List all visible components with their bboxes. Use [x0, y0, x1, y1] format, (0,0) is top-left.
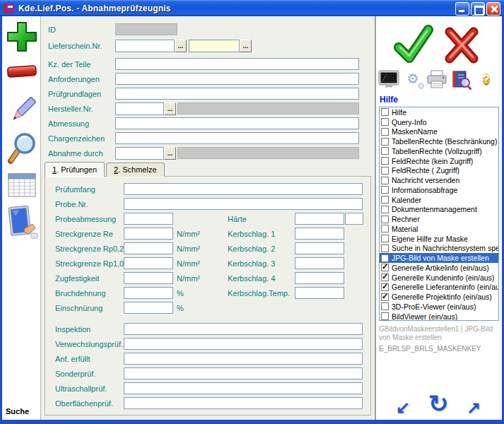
help-option-row[interactable]: FeldRechte (kein Zugriff): [380, 156, 498, 166]
measure-input[interactable]: [124, 228, 173, 240]
option-checkbox[interactable]: [381, 302, 389, 310]
haerte-input[interactable]: [295, 213, 344, 225]
option-checkbox[interactable]: [381, 138, 389, 146]
abnahme-durch-input[interactable]: [115, 147, 164, 160]
help-option-row[interactable]: 3D-ProE-Viewer (ein/aus): [380, 302, 498, 312]
print-button[interactable]: [426, 70, 447, 90]
maximize-button[interactable]: [471, 2, 485, 16]
pruefgrundlagen-input[interactable]: [115, 88, 359, 100]
option-checkbox[interactable]: [381, 216, 389, 223]
help-option-row[interactable]: TabellenRechte (Beschränkung): [380, 136, 498, 146]
kerbschlag-input[interactable]: [295, 257, 344, 269]
tab-schmelze[interactable]: 2. Schmelze: [106, 163, 165, 177]
refresh-icon[interactable]: [428, 389, 449, 418]
table-button[interactable]: [6, 171, 38, 202]
cancel-button[interactable]: [441, 25, 481, 67]
option-checkbox[interactable]: [381, 206, 389, 213]
titlebar[interactable]: Kde.Lief.Pos. - Abnahmeprüfzeugnis: [0, 0, 504, 16]
help-option-row[interactable]: Informationsabfrage: [380, 185, 498, 195]
close-button[interactable]: [486, 2, 500, 16]
help-option-row[interactable]: JPG-Bild von Maske erstellen: [380, 253, 498, 263]
help-option-row[interactable]: TabellenRechte (Vollzugriff): [380, 146, 498, 156]
delete-button[interactable]: [6, 63, 38, 84]
measure-input[interactable]: [124, 257, 173, 269]
hersteller-nr-input[interactable]: [115, 102, 164, 115]
kerbschlag-input[interactable]: [295, 287, 344, 299]
help-option-row[interactable]: Nachricht versenden: [380, 175, 498, 185]
help-option-row[interactable]: MaskenName: [380, 127, 498, 137]
help-option-row[interactable]: Material: [380, 224, 498, 234]
inspection-input[interactable]: [124, 382, 363, 394]
option-checkbox[interactable]: [381, 235, 389, 242]
option-checkbox[interactable]: [381, 245, 389, 252]
pruefumfang-input[interactable]: [124, 183, 363, 195]
option-checkbox[interactable]: [381, 167, 389, 175]
option-checkbox[interactable]: [381, 273, 389, 281]
option-checkbox[interactable]: [381, 293, 389, 301]
anforderungen-input[interactable]: [115, 73, 359, 85]
option-checkbox[interactable]: [381, 186, 389, 194]
help-option-row[interactable]: FeldRechte ( Zugriff): [380, 166, 498, 176]
inspection-input[interactable]: [124, 367, 363, 379]
help-option-row[interactable]: Generelle Lieferanteninfo (ein/aus): [380, 283, 498, 293]
measure-input[interactable]: [124, 242, 173, 254]
option-checkbox[interactable]: [381, 128, 389, 136]
measure-input[interactable]: [124, 302, 173, 314]
pick-record-button[interactable]: [6, 204, 38, 245]
probe-nr-input[interactable]: [124, 198, 363, 210]
help-option-row[interactable]: Suche in Nachrichtensystem speich: [380, 244, 498, 254]
confirm-button[interactable]: [392, 22, 434, 69]
lieferschein-nr-input[interactable]: [115, 40, 175, 52]
measure-input[interactable]: [124, 272, 173, 284]
help-option-row[interactable]: Hilfe: [380, 107, 498, 117]
help-button[interactable]: ?: [476, 70, 497, 90]
hersteller-lookup-button[interactable]: ...: [164, 102, 176, 115]
option-checkbox[interactable]: [381, 283, 389, 291]
help-option-row[interactable]: Rechner: [380, 214, 498, 224]
kerbschlag-input[interactable]: [295, 242, 344, 254]
option-checkbox[interactable]: [381, 312, 389, 320]
inspection-input[interactable]: [124, 338, 363, 350]
inspection-input[interactable]: [124, 353, 363, 365]
measure-input[interactable]: [124, 287, 173, 299]
option-checkbox[interactable]: [381, 225, 389, 232]
inspection-input[interactable]: [124, 397, 363, 409]
option-checkbox[interactable]: [381, 118, 389, 126]
lieferschein-pos-lookup-button[interactable]: ...: [240, 40, 252, 52]
help-option-row[interactable]: Eigene Hilfe zur Maske: [380, 234, 498, 244]
help-option-row[interactable]: Dokumentenmanagement: [380, 205, 498, 215]
kz-der-teile-input[interactable]: [115, 58, 359, 70]
inspection-input[interactable]: [124, 323, 363, 335]
previous-record-icon[interactable]: [396, 398, 410, 418]
screen-tool-button[interactable]: [378, 70, 399, 90]
edit-button[interactable]: [6, 94, 38, 131]
option-checkbox[interactable]: [381, 196, 389, 204]
next-record-icon[interactable]: [467, 398, 481, 418]
help-option-row[interactable]: Generelle Kundeninfo (ein/aus): [380, 273, 498, 283]
lieferschein-pos-input[interactable]: [189, 40, 240, 52]
help-option-row[interactable]: BildViewer (ein/aus): [380, 312, 498, 321]
option-checkbox[interactable]: [381, 147, 389, 155]
lieferschein-lookup-button[interactable]: ...: [175, 40, 187, 52]
search-button[interactable]: [6, 131, 38, 169]
haerte-unit-input[interactable]: [345, 213, 363, 225]
help-option-row[interactable]: Generelle Artikelinfo (ein/aus): [380, 263, 498, 273]
kerbschlag-input[interactable]: [295, 272, 344, 284]
add-button[interactable]: [6, 20, 38, 57]
settings-button[interactable]: [402, 70, 423, 90]
abmessung-input[interactable]: [115, 117, 359, 129]
abnahme-lookup-button[interactable]: ...: [164, 147, 176, 160]
minimize-button[interactable]: [455, 2, 469, 16]
tab-pruefungen[interactable]: 1. Prüfungen: [45, 162, 105, 177]
help-option-row[interactable]: Query-Info: [380, 117, 498, 127]
option-checkbox[interactable]: [381, 157, 389, 165]
help-options-list[interactable]: Hilfe Query-Info MaskenName TabellenRech…: [379, 107, 499, 321]
kerbschlag-input[interactable]: [295, 228, 344, 240]
help-option-row[interactable]: Generelle Projektinfo (ein/aus): [380, 292, 498, 302]
option-checkbox[interactable]: [381, 254, 389, 262]
doc-search-button[interactable]: [450, 70, 471, 90]
option-checkbox[interactable]: [381, 108, 389, 116]
help-option-row[interactable]: Kalender: [380, 195, 498, 205]
option-checkbox[interactable]: [381, 177, 389, 184]
option-checkbox[interactable]: [381, 264, 389, 271]
